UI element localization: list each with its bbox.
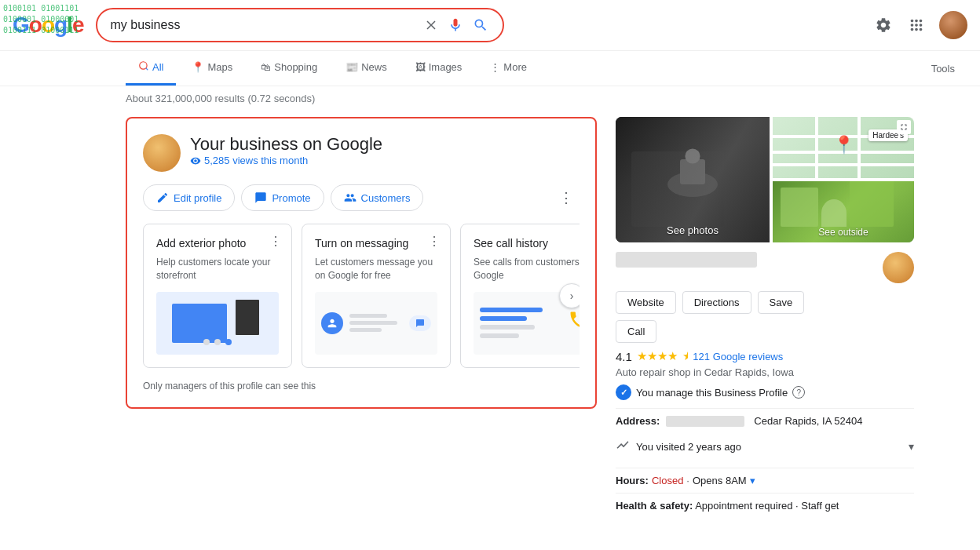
- views-text: 5,285 views this month: [204, 155, 308, 166]
- cards-next-button[interactable]: ›: [559, 283, 580, 308]
- card-messaging: ⋮ Turn on messaging Let customers messag…: [302, 224, 451, 368]
- card-2-more-button[interactable]: ⋮: [428, 234, 441, 249]
- see-photos-label: See photos: [667, 224, 719, 236]
- tab-more-label: More: [503, 61, 527, 73]
- divider-1: [616, 408, 914, 409]
- svg-point-0: [140, 62, 147, 69]
- right-panel: See photos 📍 Hardee's: [616, 117, 914, 512]
- tab-maps[interactable]: 📍 Maps: [179, 52, 245, 85]
- settings-button[interactable]: [873, 15, 894, 35]
- website-button[interactable]: Website: [616, 291, 676, 314]
- card-3-desc: See calls from customers on Google: [474, 256, 580, 282]
- card-2-title: Turn on messaging: [315, 237, 437, 250]
- address-row: Address: Cedar Rapids, IA 52404: [616, 415, 914, 427]
- nav-tabs: All 📍 Maps 🛍 Shopping 📰 News 🖼 Images ⋮ …: [0, 51, 980, 86]
- photos-area: See photos 📍 Hardee's: [616, 117, 914, 242]
- tab-images[interactable]: 🖼 Images: [403, 52, 475, 85]
- hours-closed: Closed: [652, 475, 683, 486]
- top-bar-right: [873, 11, 967, 39]
- street-photo[interactable]: See outside: [773, 181, 914, 242]
- managed-text: You manage this Business Profile: [636, 387, 788, 399]
- card-1-desc: Help customers locate your storefront: [156, 256, 279, 282]
- card-1-more-button[interactable]: ⋮: [269, 234, 282, 249]
- apps-button[interactable]: [906, 15, 927, 35]
- search-box: my business: [96, 8, 504, 42]
- biz-logo: [883, 252, 914, 283]
- address-label: Address:: [616, 415, 660, 427]
- result-count-text: About 321,000,000 results (0.72 seconds): [126, 93, 315, 104]
- safety-label: Health & safety:: [616, 500, 693, 512]
- all-icon: [138, 60, 149, 74]
- main-layout: Your business on Google 5,285 views this…: [0, 111, 980, 518]
- help-icon[interactable]: ?: [792, 386, 805, 399]
- divider-3: [616, 493, 914, 494]
- tab-all[interactable]: All: [126, 51, 176, 86]
- biz-info: Website Directions Save Call 4.1 ★★★★ ★: [616, 252, 914, 512]
- divider-2: [616, 468, 914, 468]
- result-count: About 321,000,000 results (0.72 seconds): [0, 86, 980, 111]
- rating-number: 4.1: [616, 350, 632, 363]
- hours-label: Hours:: [616, 475, 649, 486]
- hours-row: Hours: Closed · Opens 8AM ▾: [616, 475, 914, 486]
- business-title: Your business on Google: [190, 134, 382, 155]
- sign: [236, 300, 259, 335]
- search-input[interactable]: my business: [110, 18, 416, 32]
- hours-opens: Opens 8AM: [693, 475, 747, 486]
- shopping-icon: 🛍: [261, 61, 271, 73]
- tab-maps-label: Maps: [207, 61, 232, 73]
- directions-button[interactable]: Directions: [682, 291, 751, 314]
- clear-button[interactable]: [422, 16, 440, 34]
- map-photo[interactable]: 📍 Hardee's: [773, 117, 914, 178]
- svg-line-1: [146, 68, 148, 71]
- images-icon: 🖼: [415, 61, 426, 73]
- tools-link[interactable]: Tools: [919, 53, 967, 84]
- save-button[interactable]: Save: [758, 291, 805, 314]
- tab-news[interactable]: 📰 News: [333, 52, 400, 85]
- save-label: Save: [770, 297, 793, 308]
- exterior-illus: [156, 292, 279, 355]
- avatar[interactable]: [939, 11, 967, 39]
- main-photo[interactable]: See photos: [616, 117, 770, 242]
- tab-all-label: All: [152, 61, 163, 73]
- search-submit-button[interactable]: [471, 16, 490, 35]
- card-2-illustration: [315, 292, 437, 355]
- tab-shopping[interactable]: 🛍 Shopping: [248, 52, 330, 85]
- reviews-count: 121 Google reviews: [693, 351, 783, 362]
- safety-row: Health & safety: Appointment required · …: [616, 500, 914, 512]
- see-outside-label: See outside: [818, 227, 868, 238]
- business-header: Your business on Google 5,285 views this…: [143, 134, 580, 172]
- business-info: Your business on Google 5,285 views this…: [190, 134, 382, 166]
- svg-point-4: [685, 148, 700, 163]
- business-panel: Your business on Google 5,285 views this…: [126, 117, 597, 409]
- views-link[interactable]: 5,285 views this month: [190, 155, 382, 166]
- dots: [203, 339, 232, 345]
- hours-dropdown-button[interactable]: ▾: [750, 475, 755, 486]
- stars: ★★★★: [637, 349, 678, 363]
- card-3-title: See call history: [474, 237, 580, 250]
- edit-profile-label: Edit profile: [174, 192, 221, 204]
- biz-type: Auto repair shop in Cedar Rapids, Iowa: [616, 366, 914, 378]
- address-blurred: [666, 416, 744, 427]
- visited-text: You visited 2 years ago: [636, 441, 902, 453]
- call-button[interactable]: Call: [616, 320, 656, 343]
- visited-icon: [616, 438, 630, 455]
- customers-label: Customers: [361, 192, 411, 204]
- voice-search-button[interactable]: [446, 16, 465, 35]
- cards-row: ⋮ Add exterior photo Help customers loca…: [143, 224, 580, 368]
- visited-row[interactable]: You visited 2 years ago ▾: [616, 432, 914, 461]
- rating-row: 4.1 ★★★★ ★ 121 Google reviews: [616, 349, 914, 363]
- map-pin: 📍: [833, 135, 854, 155]
- tab-news-label: News: [361, 61, 387, 73]
- photo-right-column: 📍 Hardee's S: [773, 117, 914, 242]
- promote-button[interactable]: Promote: [241, 184, 324, 211]
- card-1-illustration: [156, 292, 279, 355]
- tab-more[interactable]: ⋮ More: [477, 52, 539, 85]
- customers-button[interactable]: Customers: [331, 184, 424, 211]
- panel-more-button[interactable]: ⋮: [553, 186, 580, 209]
- map-expand-button[interactable]: [897, 120, 911, 134]
- tab-images-label: Images: [429, 61, 463, 73]
- card-exterior-photo: ⋮ Add exterior photo Help customers loca…: [143, 224, 292, 368]
- blue-box: [172, 304, 227, 343]
- reviews-link[interactable]: 121 Google reviews: [693, 351, 783, 362]
- edit-profile-button[interactable]: Edit profile: [143, 184, 235, 211]
